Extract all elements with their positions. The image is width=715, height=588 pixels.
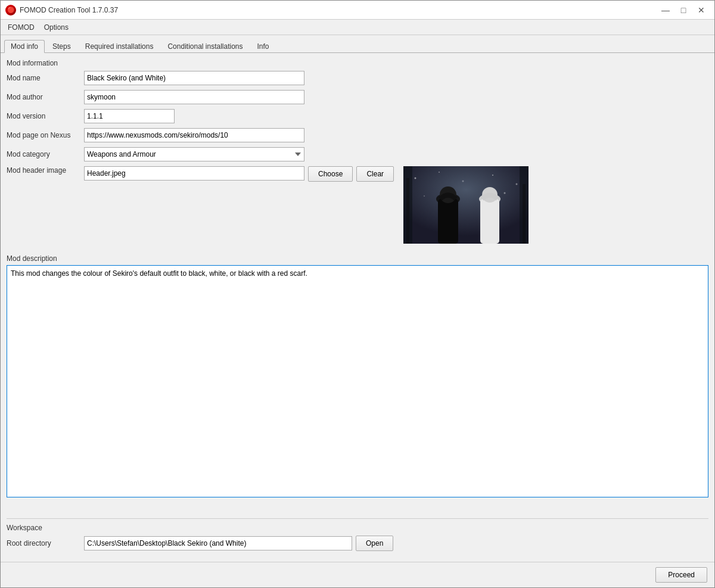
open-button[interactable]: Open — [356, 536, 393, 551]
header-image-canvas — [403, 166, 529, 244]
mod-header-image-label: Mod header image — [7, 166, 84, 175]
svg-point-6 — [424, 195, 425, 197]
mod-description-label: Mod description — [7, 254, 708, 263]
mod-name-label: Mod name — [7, 74, 84, 82]
svg-point-3 — [462, 181, 464, 182]
mod-name-input[interactable] — [84, 71, 304, 85]
tab-steps[interactable]: Steps — [46, 40, 77, 52]
mod-name-row: Mod name — [7, 71, 708, 85]
menu-bar: FOMOD Options — [1, 20, 714, 35]
svg-point-7 — [504, 192, 506, 194]
title-bar-controls: — □ ✕ — [657, 3, 710, 17]
workspace-section: Workspace Root directory Open — [7, 518, 708, 556]
title-bar: 🔴 FOMOD Creation Tool 1.7.0.37 — □ ✕ — [1, 1, 714, 20]
mod-information-label: Mod information — [7, 59, 708, 67]
workspace-label: Workspace — [7, 524, 708, 532]
tab-conditional-installations[interactable]: Conditional installations — [161, 40, 249, 52]
svg-point-4 — [492, 175, 493, 176]
app-icon: 🔴 — [5, 5, 16, 15]
svg-rect-17 — [523, 184, 526, 244]
mod-header-image-row: Mod header image Choose Clear — [7, 166, 708, 244]
minimize-button[interactable]: — — [657, 3, 674, 17]
maximize-button[interactable]: □ — [675, 3, 692, 17]
mod-page-input[interactable] — [84, 128, 304, 142]
mod-category-select[interactable]: Weapons and Armour Armour Weapons Gamepl… — [84, 147, 304, 161]
mod-information-section: Mod information Mod name Mod author Mod … — [7, 59, 708, 248]
proceed-button[interactable]: Proceed — [655, 567, 707, 583]
mod-author-input[interactable] — [84, 90, 304, 104]
mod-page-row: Mod page on Nexus — [7, 128, 708, 142]
content-area: Mod information Mod name Mod author Mod … — [1, 53, 714, 562]
window-title: FOMOD Creation Tool 1.7.0.37 — [20, 6, 118, 14]
header-image-svg — [403, 166, 529, 244]
mod-header-image-input[interactable] — [84, 166, 304, 181]
close-button[interactable]: ✕ — [693, 3, 710, 17]
menu-item-fomod[interactable]: FOMOD — [3, 22, 39, 33]
tab-required-installations[interactable]: Required installations — [79, 40, 160, 52]
mod-category-row: Mod category Weapons and Armour Armour W… — [7, 147, 708, 161]
menu-item-options[interactable]: Options — [39, 22, 73, 33]
mod-author-row: Mod author — [7, 90, 708, 104]
root-directory-row: Root directory Open — [7, 536, 708, 551]
svg-rect-0 — [403, 166, 529, 244]
tab-mod-info[interactable]: Mod info — [4, 40, 45, 53]
svg-point-1 — [415, 178, 416, 179]
choose-button[interactable]: Choose — [308, 166, 353, 182]
svg-rect-9 — [438, 199, 458, 244]
title-bar-left: 🔴 FOMOD Creation Tool 1.7.0.37 — [5, 5, 118, 15]
svg-rect-12 — [480, 199, 499, 244]
main-window: 🔴 FOMOD Creation Tool 1.7.0.37 — □ ✕ FOM… — [0, 0, 715, 588]
root-directory-input[interactable] — [84, 536, 352, 550]
svg-point-2 — [439, 172, 440, 173]
svg-rect-16 — [406, 178, 409, 244]
mod-version-input[interactable] — [84, 109, 175, 123]
mod-page-label: Mod page on Nexus — [7, 131, 84, 139]
mod-description-textarea[interactable]: This mod changes the colour of Sekiro's … — [7, 265, 708, 497]
root-directory-label: Root directory — [7, 539, 84, 547]
clear-button[interactable]: Clear — [356, 166, 394, 182]
tab-bar: Mod info Steps Required installations Co… — [1, 35, 714, 53]
mod-author-label: Mod author — [7, 93, 84, 101]
footer-bar: Proceed — [1, 562, 714, 587]
mod-category-label: Mod category — [7, 150, 84, 158]
mod-description-section: Mod description This mod changes the col… — [7, 254, 708, 512]
mod-version-row: Mod version — [7, 109, 708, 123]
tab-info[interactable]: Info — [251, 40, 276, 52]
svg-point-5 — [516, 183, 518, 185]
header-image-preview — [403, 166, 529, 244]
mod-version-label: Mod version — [7, 112, 84, 120]
